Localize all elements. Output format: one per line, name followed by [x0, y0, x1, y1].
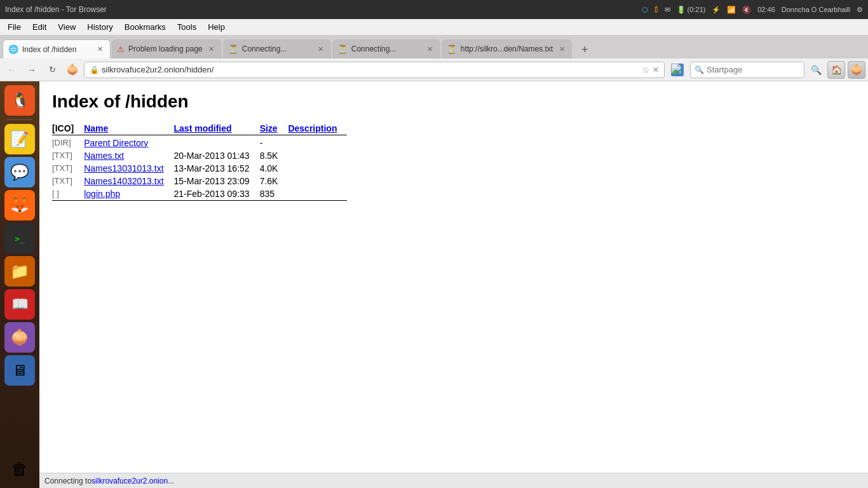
row4-size: 835	[260, 187, 288, 201]
row1-name[interactable]: Names.txt	[84, 149, 173, 162]
sidebar-app-ubuntu[interactable]: 🐧	[4, 85, 35, 116]
sidebar-app-remmina[interactable]: 🖥	[4, 355, 35, 386]
back-button[interactable]: ←	[3, 61, 20, 79]
table-row: [TXT] Names.txt 20-Mar-2013 01:43 8.5K	[52, 149, 347, 162]
menu-bookmarks[interactable]: Bookmarks	[119, 21, 171, 33]
tor-identity-button[interactable]: 🧅	[848, 61, 865, 79]
tab2-close[interactable]: ✕	[207, 44, 217, 54]
menu-edit[interactable]: Edit	[27, 21, 51, 33]
row3-size: 7.6K	[260, 175, 288, 187]
tab3-close[interactable]: ✕	[316, 44, 326, 54]
bitcoin-icon: ₿	[654, 6, 658, 13]
search-go-button[interactable]: 🔍	[807, 61, 825, 79]
menu-view[interactable]: View	[53, 21, 81, 33]
tab1-favicon: 🌐	[8, 44, 18, 54]
status-text: Connecting to	[44, 477, 92, 485]
row3-desc	[288, 175, 347, 187]
tab-index-hidden[interactable]: 🌐 Index of /hidden ✕	[3, 39, 111, 58]
titlebar-right: ⬡ ₿ ✉ 🔋 (0:21) ⚡ 📶 🔇 02:46 Donncha O Cea…	[642, 6, 863, 14]
arch-icon: ⬡	[642, 6, 648, 14]
sidebar-app-firefox[interactable]: 🦊	[4, 190, 35, 220]
terminal-icon: >_	[15, 234, 25, 243]
url-clear-icon[interactable]: ✕	[653, 65, 659, 74]
row3-link[interactable]: Names14032013.txt	[84, 176, 163, 186]
row3-name[interactable]: Names14032013.txt	[84, 175, 173, 187]
tor-logo-button[interactable]: 🧅	[64, 61, 81, 79]
row1-modified: 20-Mar-2013 01:43	[174, 149, 260, 162]
table-row: [ ] login.php 21-Feb-2013 09:33 835	[52, 187, 347, 201]
url-bar[interactable]: 🔒 silkrovafuce2ur2.onion/hidden/ ☆ ✕	[84, 62, 665, 78]
sidebar: 🐧 📝 💬 🦊 >_ 📁 📖 🧅 🖥 🗑	[0, 81, 39, 488]
new-tab-button[interactable]: +	[576, 41, 593, 58]
file-listing-table: [ICO] Name Last modified Size Descriptio…	[52, 122, 347, 201]
tab2-label: Problem loading page	[128, 44, 203, 53]
row1-size: 8.5K	[260, 149, 288, 162]
row0-link[interactable]: Parent Directory	[84, 138, 148, 148]
forward-button[interactable]: →	[23, 61, 41, 79]
main-content: Index of /hidden [ICO] Name Last modifie…	[39, 81, 868, 473]
tab4-close[interactable]: ✕	[425, 44, 435, 54]
sidebar-app-trash[interactable]: 🗑	[4, 454, 35, 484]
titlebar-left: Index of /hidden - Tor Browser	[5, 5, 107, 14]
url-lock-icon: 🔒	[90, 65, 99, 74]
tab-names-txt[interactable]: ⏳ http://silkro...den/Names.txt ✕	[442, 39, 572, 58]
tab-connecting-1[interactable]: ⏳ Connecting... ✕	[223, 39, 331, 58]
tab1-close[interactable]: ✕	[95, 44, 105, 55]
row1-link[interactable]: Names.txt	[84, 151, 124, 161]
mail-icon: ✉	[665, 6, 670, 14]
row2-name[interactable]: Names13031013.txt	[84, 162, 173, 175]
firefox-icon: 🦊	[10, 196, 29, 214]
table-row: [DIR] Parent Directory -	[52, 137, 347, 149]
row4-modified: 21-Feb-2013 09:33	[174, 187, 260, 201]
row2-modified: 13-Mar-2013 16:52	[174, 162, 260, 175]
status-link: silkrovafuce2ur2.onion	[92, 477, 168, 485]
titlebar-title: Index of /hidden - Tor Browser	[5, 5, 107, 14]
tab4-label: Connecting...	[351, 44, 397, 53]
tab5-close[interactable]: ✕	[557, 44, 567, 54]
home-button[interactable]: 🏠	[827, 61, 845, 79]
search-input[interactable]	[707, 65, 813, 74]
row0-desc	[288, 137, 347, 149]
status-text2: ...	[168, 477, 174, 485]
tab5-label: http://silkro...den/Names.txt	[461, 44, 553, 53]
remmina-icon: 🖥	[12, 362, 27, 379]
url-star-icon[interactable]: ☆	[642, 65, 650, 75]
search-engine-icon: 🔍	[695, 65, 704, 74]
sidebar-app-tor[interactable]: 🧅	[4, 322, 35, 353]
search-bar[interactable]: 🔍	[690, 62, 804, 78]
row0-name[interactable]: Parent Directory	[84, 137, 173, 149]
menu-tools[interactable]: Tools	[172, 21, 201, 33]
col-description[interactable]: Description	[288, 122, 347, 135]
sidebar-app-files[interactable]: 📁	[4, 256, 35, 287]
col-name[interactable]: Name	[84, 122, 173, 135]
row2-link[interactable]: Names13031013.txt	[84, 163, 163, 173]
row4-link[interactable]: login.php	[84, 189, 120, 199]
row3-modified: 15-Mar-2013 23:09	[174, 175, 260, 187]
sidebar-app-terminal[interactable]: >_	[4, 223, 35, 254]
tab4-favicon: ⏳	[337, 44, 348, 54]
bluetooth-icon: ⚡	[712, 6, 721, 14]
sidebar-app-empathy[interactable]: 💬	[4, 157, 35, 187]
url-actions	[667, 61, 688, 79]
row4-ico: [ ]	[52, 187, 84, 201]
sidebar-divider-1	[7, 119, 32, 120]
menu-history[interactable]: History	[82, 21, 118, 33]
sidebar-app-notes[interactable]: 📝	[4, 124, 35, 154]
row4-name[interactable]: login.php	[84, 187, 173, 201]
url-text: silkrovafuce2ur2.onion/hidden/	[102, 65, 639, 74]
row4-desc	[288, 187, 347, 201]
row2-ico: [TXT]	[52, 162, 84, 175]
menu-file[interactable]: File	[3, 21, 26, 33]
tab-problem-loading[interactable]: ⚠ Problem loading page ✕	[112, 39, 222, 58]
col-size[interactable]: Size	[260, 122, 288, 135]
battery-icon: 🔋 (0:21)	[677, 6, 705, 14]
row0-ico: [DIR]	[52, 137, 84, 149]
reload-button[interactable]: ↻	[43, 61, 61, 79]
identity-button[interactable]	[667, 61, 688, 79]
sidebar-app-ebook[interactable]: 📖	[4, 289, 35, 320]
col-last-modified[interactable]: Last modified	[174, 122, 260, 135]
trash-icon: 🗑	[11, 459, 28, 479]
col-ico: [ICO]	[52, 122, 84, 135]
menu-help[interactable]: Help	[203, 21, 230, 33]
tab-connecting-2[interactable]: ⏳ Connecting... ✕	[332, 39, 440, 58]
